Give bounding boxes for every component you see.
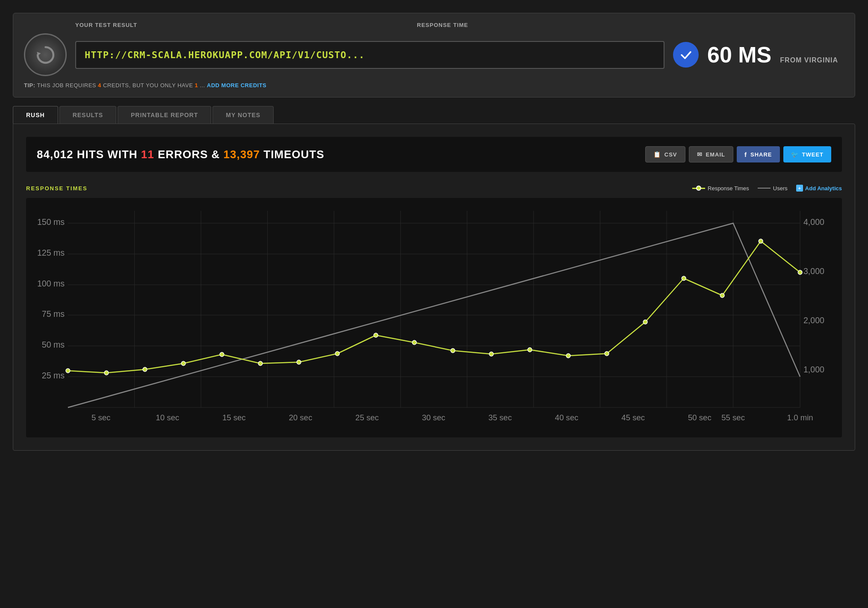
hits-value: 84,012 xyxy=(37,148,74,161)
tabs-bar: RUSH RESULTS PRINTABLE REPORT MY NOTES xyxy=(13,106,855,124)
svg-point-24 xyxy=(220,352,224,357)
svg-point-32 xyxy=(528,348,532,352)
response-location: FROM VIRGINIA xyxy=(780,56,838,64)
tab-rush[interactable]: RUSH xyxy=(13,106,58,124)
svg-text:75 ms: 75 ms xyxy=(42,309,65,319)
svg-text:35 sec: 35 sec xyxy=(488,413,512,422)
errors-label: ERRORS & xyxy=(158,148,223,161)
svg-point-37 xyxy=(720,293,724,298)
svg-point-35 xyxy=(643,320,647,324)
timeouts-label: TIMEOUTS xyxy=(263,148,324,161)
add-analytics-label: Add Analytics xyxy=(805,185,842,192)
svg-point-20 xyxy=(66,369,70,373)
svg-text:50 sec: 50 sec xyxy=(688,413,712,422)
logo-icon[interactable] xyxy=(24,33,67,76)
tip-credits-have: 1 xyxy=(195,82,198,89)
tip-end: ... xyxy=(200,82,207,89)
svg-text:1,000: 1,000 xyxy=(803,365,824,374)
main-content: 84,012 HITS WITH 11 ERRORS & 13,397 TIME… xyxy=(13,124,855,451)
chart-container: 150 ms 125 ms 100 ms 75 ms 50 ms 25 ms 4… xyxy=(26,198,842,437)
svg-point-26 xyxy=(297,360,301,364)
svg-text:125 ms: 125 ms xyxy=(37,248,65,257)
legend-gray-line xyxy=(758,188,771,189)
svg-text:150 ms: 150 ms xyxy=(37,217,65,227)
tip-mid: CREDITS, BUT YOU ONLY HAVE xyxy=(103,82,195,89)
legend-response-times: Response Times xyxy=(692,185,749,192)
svg-point-31 xyxy=(489,352,493,356)
chart-header: RESPONSE TIMES Response Times Users + Ad… xyxy=(26,185,842,192)
tip-body: THIS JOB REQUIRES xyxy=(37,82,98,89)
svg-text:4,000: 4,000 xyxy=(803,217,824,227)
tip-row: TIP: THIS JOB REQUIRES 4 CREDITS, BUT YO… xyxy=(24,82,844,89)
svg-point-25 xyxy=(258,361,263,366)
svg-point-38 xyxy=(759,239,763,243)
svg-text:20 sec: 20 sec xyxy=(289,413,313,422)
email-button[interactable]: ✉ EMAIL xyxy=(689,146,733,162)
svg-point-33 xyxy=(566,354,570,358)
svg-point-34 xyxy=(605,351,609,356)
svg-text:50 ms: 50 ms xyxy=(42,340,65,349)
svg-text:10 sec: 10 sec xyxy=(156,413,179,422)
check-icon xyxy=(673,42,699,68)
svg-text:15 sec: 15 sec xyxy=(222,413,246,422)
facebook-icon: f xyxy=(744,151,747,158)
hits-label: HITS WITH xyxy=(77,148,141,161)
tip-credits-required: 4 xyxy=(98,82,101,89)
tweet-button[interactable]: 🐦 TWEET xyxy=(783,146,832,162)
twitter-icon: 🐦 xyxy=(791,151,799,158)
stats-text: 84,012 HITS WITH 11 ERRORS & 13,397 TIME… xyxy=(37,148,645,161)
tip-label: TIP: xyxy=(24,82,35,89)
svg-point-29 xyxy=(412,340,416,345)
svg-text:45 sec: 45 sec xyxy=(621,413,645,422)
csv-button[interactable]: 📋 CSV xyxy=(645,146,685,162)
add-more-credits-link[interactable]: ADD MORE CREDITS xyxy=(207,82,266,89)
label-test-result: YOUR TEST RESULT xyxy=(75,22,400,28)
legend-response-label: Response Times xyxy=(708,185,749,192)
tab-printable-report[interactable]: PRINTABLE REPORT xyxy=(118,106,211,124)
svg-point-22 xyxy=(143,367,147,372)
share-button[interactable]: f SHARE xyxy=(737,146,780,162)
action-buttons: 📋 CSV ✉ EMAIL f SHARE 🐦 TWEET xyxy=(645,146,831,162)
legend-green-line xyxy=(692,188,705,189)
svg-point-28 xyxy=(374,333,378,337)
svg-text:2,000: 2,000 xyxy=(803,316,824,325)
tab-my-notes[interactable]: MY NOTES xyxy=(213,106,274,124)
response-time-value: 60 MS xyxy=(707,42,771,68)
svg-rect-1 xyxy=(26,198,842,437)
add-analytics-button[interactable]: + Add Analytics xyxy=(796,185,842,192)
timeouts-value: 13,397 xyxy=(223,148,260,161)
email-icon: ✉ xyxy=(697,151,703,158)
svg-text:55 sec: 55 sec xyxy=(721,413,745,422)
legend-users: Users xyxy=(758,185,788,192)
svg-text:40 sec: 40 sec xyxy=(555,413,579,422)
response-section: 60 MS FROM VIRGINIA xyxy=(673,42,844,68)
svg-text:25 ms: 25 ms xyxy=(42,371,65,380)
svg-text:100 ms: 100 ms xyxy=(37,279,65,288)
stats-bar: 84,012 HITS WITH 11 ERRORS & 13,397 TIME… xyxy=(26,137,842,172)
svg-point-39 xyxy=(798,270,802,274)
chart-title: RESPONSE TIMES xyxy=(26,185,692,192)
svg-point-21 xyxy=(104,371,109,375)
tab-results[interactable]: RESULTS xyxy=(59,106,116,124)
legend-users-label: Users xyxy=(773,185,788,192)
svg-text:25 sec: 25 sec xyxy=(355,413,379,422)
chart-svg: 150 ms 125 ms 100 ms 75 ms 50 ms 25 ms 4… xyxy=(26,198,842,437)
svg-point-36 xyxy=(682,276,686,280)
svg-text:5 sec: 5 sec xyxy=(92,413,110,422)
svg-point-30 xyxy=(451,348,455,353)
url-display: HTTP://CRM-SCALA.HEROKUAPP.COM/API/V1/CU… xyxy=(75,41,664,69)
top-header: YOUR TEST RESULT RESPONSE TIME HTTP://CR… xyxy=(13,13,855,97)
svg-point-27 xyxy=(335,351,340,356)
svg-text:1.0 min: 1.0 min xyxy=(787,413,813,422)
svg-point-23 xyxy=(181,361,186,366)
errors-value: 11 xyxy=(141,148,154,161)
csv-icon: 📋 xyxy=(653,151,661,158)
chart-legend: Response Times Users + Add Analytics xyxy=(692,185,842,192)
add-analytics-icon: + xyxy=(796,185,803,192)
svg-text:3,000: 3,000 xyxy=(803,266,824,276)
svg-text:30 sec: 30 sec xyxy=(422,413,446,422)
label-response-time: RESPONSE TIME xyxy=(417,22,468,28)
